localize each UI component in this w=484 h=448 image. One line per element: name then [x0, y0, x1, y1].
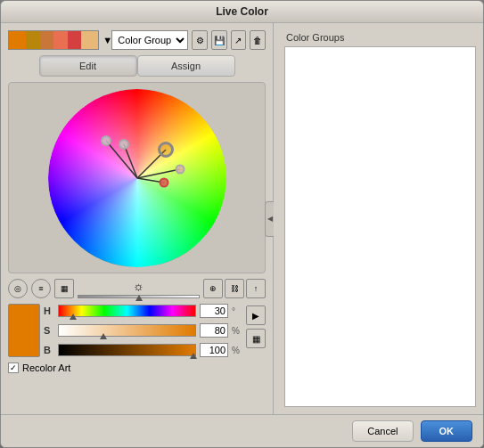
grid3-btn[interactable]: ▦: [246, 329, 266, 348]
play-btn[interactable]: ▶: [246, 305, 266, 325]
unlink-icon: ↑: [254, 284, 258, 293]
dialog-title: Live Color: [216, 5, 268, 18]
b-unit: %: [232, 346, 242, 355]
s-slider-row: S %: [44, 323, 242, 338]
brightness-icon: ☼: [133, 279, 144, 293]
swatch-brown: [40, 31, 54, 49]
wheel-container: [48, 89, 226, 267]
add-icon: ⊕: [209, 284, 217, 293]
marker-2[interactable]: [101, 135, 111, 146]
hsb-section: H ° S: [8, 304, 266, 357]
save-icon-btn[interactable]: 💾: [211, 30, 227, 50]
recolor-checkbox[interactable]: ✓: [8, 362, 19, 373]
export-icon-btn[interactable]: ↗: [231, 30, 247, 50]
tab-row: Edit Assign: [8, 55, 266, 77]
right-panel: ◀ Color Groups: [273, 23, 483, 414]
link-icon: ⛓: [231, 284, 239, 293]
color-groups-label: Color Groups: [281, 30, 480, 46]
swatch-coral: [53, 31, 68, 49]
bar-view-btn[interactable]: ≡: [31, 279, 51, 298]
brightness-track[interactable]: [78, 295, 200, 298]
save-icon: 💾: [214, 36, 225, 45]
recolor-label: Recolor Art: [22, 362, 70, 373]
collapse-handle[interactable]: ◀: [265, 201, 274, 237]
wheel-icon: ◎: [14, 284, 21, 293]
swatch-orange: [9, 31, 26, 49]
hsb-right-btns: ▶ ▦: [246, 304, 266, 348]
dropdown-arrow: ▼: [103, 35, 108, 45]
marker-4[interactable]: [159, 177, 168, 187]
main-body: ▼ Color Group ⚙ 💾 ↗ 🗑: [1, 23, 483, 414]
delete-icon-btn[interactable]: 🗑: [250, 30, 266, 50]
delete-icon: 🗑: [253, 36, 262, 45]
marker-3[interactable]: [175, 164, 185, 174]
s-label: S: [44, 325, 54, 336]
swatch-tan: [81, 31, 98, 49]
assign-tab[interactable]: Assign: [137, 55, 235, 77]
title-bar: Live Color: [1, 1, 483, 23]
bottom-bar: Cancel OK: [1, 414, 483, 447]
color-groups-list[interactable]: [284, 46, 476, 407]
right-panel-content: Color Groups: [277, 30, 483, 407]
settings-icon-btn[interactable]: ⚙: [192, 30, 208, 50]
settings-icon: ⚙: [196, 36, 204, 45]
cancel-button[interactable]: Cancel: [352, 420, 413, 442]
export-icon: ↗: [234, 36, 242, 45]
h-slider-wrapper[interactable]: [58, 305, 196, 317]
color-swatch-bar: [8, 30, 99, 50]
brightness-slider-container: ☼: [78, 279, 200, 298]
b-slider-wrapper[interactable]: [58, 344, 196, 356]
swatch-dark-orange: [26, 31, 40, 49]
controls-row: ◎ ≡ ▦ ☼ ⊕: [8, 279, 266, 298]
unlink-btn[interactable]: ↑: [246, 279, 266, 298]
link-btn[interactable]: ⛓: [225, 279, 244, 298]
wheel-view-btn[interactable]: ◎: [8, 279, 28, 298]
center-marker[interactable]: [158, 142, 174, 158]
s-unit: %: [232, 326, 242, 336]
b-label: B: [44, 345, 54, 355]
bar-icon: ≡: [38, 284, 43, 293]
recolor-row: ✓ Recolor Art: [8, 362, 266, 373]
s-slider-wrapper[interactable]: [58, 324, 196, 337]
live-color-dialog: Live Color ▼ Color Group: [0, 0, 484, 448]
right-controls: ⊕ ⛓ ↑: [203, 279, 266, 298]
add-color-btn[interactable]: ⊕: [203, 279, 223, 298]
color-wheel-svg[interactable]: [48, 89, 226, 267]
grid-icon: ▦: [61, 284, 69, 293]
s-value-input[interactable]: [200, 323, 228, 338]
h-slider-row: H °: [44, 304, 242, 318]
color-group-dropdown[interactable]: Color Group: [111, 30, 188, 50]
h-unit: °: [232, 306, 242, 316]
edit-tab[interactable]: Edit: [39, 55, 137, 77]
wheel-area: [8, 82, 266, 273]
left-panel: ▼ Color Group ⚙ 💾 ↗ 🗑: [1, 23, 273, 414]
play-icon: ▶: [252, 311, 259, 321]
main-color-swatch: [8, 304, 40, 357]
top-row: ▼ Color Group ⚙ 💾 ↗ 🗑: [8, 30, 266, 50]
b-slider-row: B %: [44, 343, 242, 357]
marker-1[interactable]: [119, 139, 129, 150]
collapse-icon: ◀: [267, 215, 273, 223]
grid-view-btn[interactable]: ▦: [54, 279, 74, 298]
h-value-input[interactable]: [200, 304, 228, 318]
ok-button[interactable]: OK: [421, 420, 473, 442]
h-label: H: [44, 305, 54, 316]
swatch-red: [68, 31, 82, 49]
grid3-icon: ▦: [252, 334, 260, 344]
b-value-input[interactable]: [200, 343, 228, 357]
sliders-area: H ° S: [44, 304, 242, 357]
